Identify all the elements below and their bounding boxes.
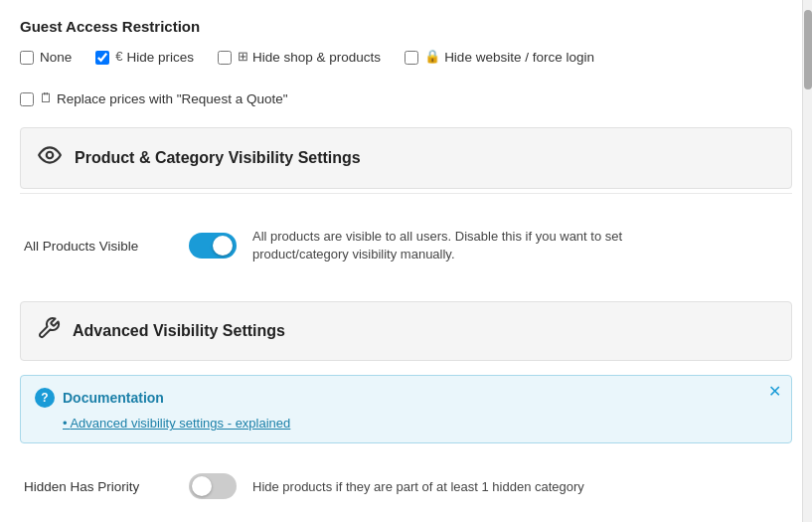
doc-box-header: ? Documentation [35,388,777,408]
toggle-slider-off [189,473,237,499]
advanced-visibility-header: Advanced Visibility Settings [20,301,792,361]
all-products-visible-label: All Products Visible [24,239,173,254]
product-visibility-title: Product & Category Visibility Settings [75,149,361,167]
hidden-priority-label: Hidden Has Priority [24,479,173,494]
checkbox-hide-shop[interactable] [218,51,232,65]
quote-icon: 🗒 [40,90,53,107]
option-hide-website-text: Hide website / force login [444,49,594,67]
doc-title: Documentation [63,390,164,406]
option-hide-prices-label[interactable]: € Hide prices [115,49,194,67]
checkbox-hide-website[interactable] [405,51,418,65]
option-hide-shop[interactable]: ⊞ Hide shop & products [218,49,381,67]
option-none-label[interactable]: None [40,49,72,67]
wrench-icon [37,316,61,346]
svg-point-0 [47,152,54,159]
eye-icon [37,142,63,174]
option-replace-prices-label[interactable]: 🗒 Replace prices with "Request a Quote" [40,90,287,108]
hidden-priority-description: Hide products if they are part of at lea… [252,479,584,494]
all-products-visible-row: All Products Visible All products are vi… [20,210,792,281]
doc-link[interactable]: Advanced visibility settings - explained [63,416,777,431]
checkbox-hide-prices[interactable] [95,51,109,65]
question-icon: ? [35,388,55,408]
hidden-priority-row: Hidden Has Priority Hide products if the… [20,463,792,509]
option-hide-prices-text: Hide prices [127,49,195,67]
lock-icon: 🔒 [424,49,440,66]
option-hide-shop-text: Hide shop & products [252,49,381,67]
option-hide-website[interactable]: 🔒 Hide website / force login [405,49,594,67]
guest-access-options: None € Hide prices ⊞ Hide shop & product… [20,49,792,107]
guest-access-title: Guest Access Restriction [20,18,792,35]
option-hide-shop-label[interactable]: ⊞ Hide shop & products [238,49,381,67]
euro-icon: € [115,49,122,66]
advanced-visibility-section: Advanced Visibility Settings ? Documenta… [20,301,792,509]
toggle-slider-on [189,233,237,259]
scrollbar-thumb[interactable] [804,10,812,89]
option-none[interactable]: None [20,49,72,67]
scrollbar[interactable] [802,0,812,522]
shop-icon: ⊞ [238,49,248,66]
product-visibility-section: Product & Category Visibility Settings A… [20,127,792,281]
doc-close-button[interactable]: ✕ [768,384,781,400]
checkbox-replace-prices[interactable] [20,92,34,106]
hidden-priority-toggle[interactable] [189,473,237,499]
option-replace-prices[interactable]: 🗒 Replace prices with "Request a Quote" [20,90,287,108]
option-hide-prices[interactable]: € Hide prices [95,49,194,67]
option-none-text: None [40,49,72,67]
option-hide-website-label[interactable]: 🔒 Hide website / force login [424,49,594,67]
checkbox-none[interactable] [20,51,34,65]
option-replace-prices-text: Replace prices with "Request a Quote" [57,90,287,108]
documentation-box: ? Documentation ✕ Advanced visibility se… [20,375,792,443]
product-visibility-header: Product & Category Visibility Settings [20,127,792,189]
all-products-visible-description: All products are visible to all users. D… [252,228,710,263]
all-products-visible-toggle[interactable] [189,233,237,259]
advanced-visibility-title: Advanced Visibility Settings [73,322,285,340]
